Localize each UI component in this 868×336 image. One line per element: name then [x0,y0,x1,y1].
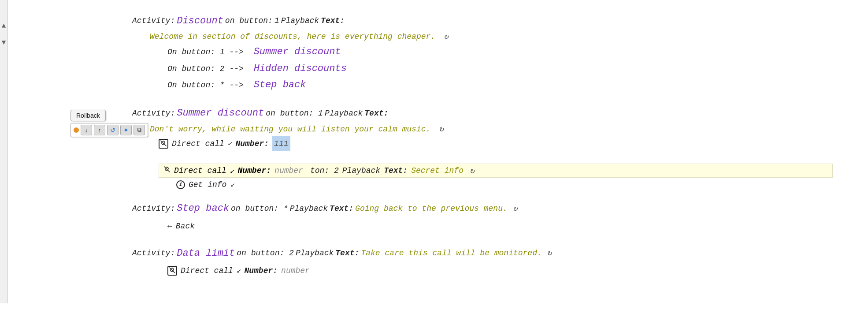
number-label-hidden: Number: [237,166,271,175]
direct-call-label-hidden: Direct call [174,166,226,175]
number-value-data: number [281,264,310,278]
toolbar-up-btn[interactable]: ↑ [94,125,105,135]
playback-label-3: Playback [290,202,328,215]
activity-label-4: Activity: [132,247,175,260]
back-arrow-icon: ← [167,219,172,233]
number-label-data: Number: [244,264,278,278]
activity-discount-name: Discount [177,13,223,29]
activity-discount: Activity: Discount on button: 1 Playback… [132,13,850,93]
summer-direct-call-row: Direct call ↙ Number: 111 [159,136,850,151]
get-info-row: i Get info ↙ [176,178,850,192]
toolbar-add-btn[interactable]: ✦ [120,125,132,135]
rollback-label: Rollback [70,110,106,121]
number-value-summer: 111 [272,136,290,151]
corner-arrow-summer: ↙ [228,137,232,150]
option-dest-2: Hidden discounts [254,63,347,74]
summer-text-value: Don't worry, while waiting you will list… [150,125,430,134]
toolbar-down-btn[interactable]: ↓ [81,125,92,135]
discount-option-star: On button: * --> Step back [167,77,850,93]
data-limit-direct-call-row: Direct call ↙ Number: number [167,264,850,278]
text-label-3: Text: [330,202,353,215]
discount-option-2: On button: 2 --> Hidden discounts [167,60,850,77]
orange-dot [74,127,79,133]
corner-arrow-data: ↙ [237,265,241,277]
playback-label-2: Playback [325,107,363,120]
refresh-icon-2: ↻ [439,125,444,134]
direct-call-label-summer: Direct call [172,137,224,151]
on-button-label-1: on button: [225,15,273,27]
refresh-icon-3: ↻ [513,202,518,215]
refresh-icon-1: ↻ [444,32,449,41]
playback-label-1: Playback [281,15,319,27]
left-arrow-down[interactable]: ▼ [2,39,6,47]
step-back-text-value: Going back to the previous menu. [355,202,508,215]
activity-summer-discount: Activity: Summer discount on button: 1 P… [132,105,850,151]
activity-data-limit: Activity: Data limit on button: 2 Playba… [132,246,850,278]
option-dest-1: Summer discount [254,46,341,57]
step-back-action: ← Back [167,219,850,233]
activity-summer-name: Summer discount [177,105,264,121]
discount-welcome-text: Welcome in section of discounts, here is… [150,31,850,41]
info-icon: i [176,180,185,189]
number-label-summer: Number: [235,137,269,151]
highlighted-row-wrapper: Direct call ↙ Number: number ton: 2 Play… [159,164,833,178]
activity-step-back: Activity: Step back on button: * Playbac… [132,201,850,233]
activity-data-limit-name: Data limit [177,246,235,261]
direct-call-label-data: Direct call [181,264,233,278]
secret-info-text: Secret info [411,166,464,175]
toolbar-copy-btn[interactable]: ⧉ [134,125,145,135]
refresh-icon-hidden: ↻ [470,166,475,175]
refresh-icon-4: ↻ [547,247,552,260]
button-number-1: 1 [274,15,279,27]
left-sidebar-bar: ▲ ▼ [0,0,8,303]
option-on-button-star: On button: * --> [167,81,244,90]
option-dest-star: Step back [254,79,306,90]
phone-crossed-icon-2 [163,166,171,175]
on-button-label-4: on button: 2 [237,247,294,260]
corner-arrow-getinfo: ↙ [230,179,234,191]
text-label-1: Text: [321,15,345,27]
discount-option-1: On button: 1 --> Summer discount [167,44,850,60]
get-info-label: Get info [189,178,226,192]
discount-text-value: Welcome in section of discounts, here is… [150,32,435,41]
on-button-label-3: on button: * [231,202,288,215]
phone-crossed-icon-3 [167,266,177,276]
activity-data-limit-header: Activity: Data limit on button: 2 Playba… [132,246,850,261]
toolbar-rollback-btn[interactable]: ↺ [107,125,119,135]
playback-label-hidden: Playback [342,166,380,175]
activity-label-3: Activity: [132,202,175,215]
activity-step-back-header: Activity: Step back on button: * Playbac… [132,201,850,216]
summer-text: Don't worry, while waiting you will list… [150,124,850,134]
activity-discount-header: Activity: Discount on button: 1 Playback… [132,13,850,29]
phone-crossed-icon [159,139,168,149]
corner-arrow-hidden: ↙ [230,166,234,175]
activity-label: Activity: [132,15,175,27]
on-button-hidden-suffix: ton: 2 [310,166,339,175]
rollback-popup: Rollback ↓ ↑ ↺ ✦ ⧉ [70,110,148,137]
option-on-button-1: On button: 1 --> [167,48,244,56]
rollback-toolbar[interactable]: ↓ ↑ ↺ ✦ ⧉ [70,123,148,137]
on-button-label-2: on button: 1 [266,107,323,120]
back-label: Back [176,219,195,233]
text-label-hidden: Text: [384,166,408,175]
text-label-2: Text: [364,107,388,120]
number-value-hidden: number [274,166,303,175]
hidden-direct-call-row-highlighted[interactable]: Direct call ↙ Number: number ton: 2 Play… [159,164,833,178]
left-arrow-up[interactable]: ▲ [2,22,6,30]
option-on-button-2: On button: 2 --> [167,64,244,73]
activity-summer-header: Activity: Summer discount on button: 1 P… [132,105,850,121]
playback-label-4: Playback [296,247,334,260]
text-label-4: Text: [335,247,359,260]
activity-step-back-name: Step back [177,201,229,216]
data-limit-text-value: Take care this call will be monitored. [361,247,542,260]
